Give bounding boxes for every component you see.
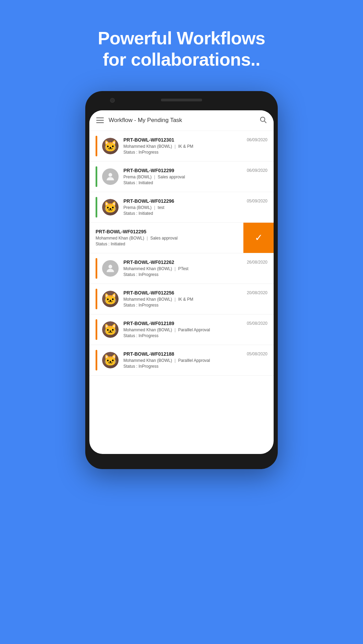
task-status: Status : Initiated <box>123 211 267 216</box>
task-date: 05/08/2020 <box>247 321 267 326</box>
task-id: PRT-BOWL-WF012296 <box>123 198 174 204</box>
task-row[interactable]: PRT-BOWL-WF01225620/08/2020Mohammed Khan… <box>89 284 274 314</box>
status-indicator <box>96 136 97 156</box>
status-indicator <box>96 350 97 370</box>
phone-screen: Workflow - My Pending Task PRT-BOWL-WF01… <box>89 110 274 454</box>
task-row[interactable]: PRT-BOWL-WF01229906/09/2020Prema (BOWL) … <box>89 162 274 192</box>
hero-line1: Powerful Workflows <box>98 27 265 49</box>
task-id: PRT-BOWL-WF012299 <box>123 168 174 173</box>
task-user: Mohammed Khan (BOWL) | IK & PM <box>123 144 267 149</box>
phone-notch <box>89 95 274 108</box>
phone-speaker <box>161 99 202 101</box>
task-row[interactable]: PRT-BOWL-WF01218905/08/2020Mohammed Khan… <box>89 314 274 345</box>
app-bar: Workflow - My Pending Task <box>89 110 274 131</box>
task-id: PRT-BOWL-WF012256 <box>123 290 174 296</box>
phone-device: Workflow - My Pending Task PRT-BOWL-WF01… <box>85 91 278 644</box>
status-indicator <box>96 166 97 187</box>
task-id: PRT-BOWL-WF012262 <box>123 259 174 265</box>
task-status: Status : InProgress <box>123 272 267 277</box>
task-id: PRT-BOWL-WF012301 <box>123 137 174 143</box>
status-indicator <box>96 197 97 218</box>
check-icon: ✓ <box>255 232 263 243</box>
task-row[interactable]: PRT-BOWL-WF01229605/09/2020Prema (BOWL) … <box>89 192 274 223</box>
search-button[interactable] <box>259 116 267 125</box>
task-row[interactable]: PRT-BOWL-WF01226226/08/2020Mohammed Khan… <box>89 253 274 284</box>
phone-camera <box>110 98 115 103</box>
task-status: Status : Initiated <box>123 180 267 185</box>
task-status: Status : InProgress <box>123 364 267 369</box>
task-user: Mohammed Khan (BOWL) | Paralllel Approva… <box>123 327 267 332</box>
task-date: 06/09/2020 <box>247 137 267 142</box>
status-indicator <box>96 289 97 309</box>
task-date: 20/08/2020 <box>247 290 267 295</box>
task-user: Mohammed Khan (BOWL) | IK & PM <box>123 297 267 302</box>
task-status: Status : InProgress <box>123 303 267 308</box>
task-date: 05/08/2020 <box>247 352 267 356</box>
hamburger-menu[interactable] <box>96 118 104 123</box>
hero-line2: for collaborations.. <box>98 49 265 70</box>
swipe-check-action[interactable]: ✓ <box>243 223 274 253</box>
task-status: Status : InProgress <box>123 333 267 338</box>
task-row[interactable]: PRT-BOWL-WF01230106/09/2020Mohammed Khan… <box>89 131 274 162</box>
svg-line-1 <box>264 121 266 123</box>
task-row[interactable]: PRT-BOWL-WF01229503/09/2020Mohammed Khan… <box>89 223 274 253</box>
hero-text: Powerful Workflows for collaborations.. <box>98 27 265 70</box>
task-date: 05/09/2020 <box>247 199 267 203</box>
task-date: 26/08/2020 <box>247 260 267 265</box>
task-status: Status : InProgress <box>123 150 267 155</box>
status-indicator <box>96 319 97 340</box>
task-id: PRT-BOWL-WF012189 <box>123 321 174 326</box>
status-indicator <box>96 258 97 279</box>
task-user: Mohammed Khan (BOWL) | Paralllel Approva… <box>123 358 267 363</box>
svg-point-2 <box>109 173 112 177</box>
task-list: PRT-BOWL-WF01230106/09/2020Mohammed Khan… <box>89 131 274 376</box>
task-date: 06/09/2020 <box>247 168 267 173</box>
task-user: Prema (BOWL) | test <box>123 205 267 210</box>
app-bar-title: Workflow - My Pending Task <box>109 117 254 124</box>
task-row[interactable]: PRT-BOWL-WF01218805/08/2020Mohammed Khan… <box>89 345 274 376</box>
task-user: Prema (BOWL) | Sales approval <box>123 175 267 179</box>
task-id: PRT-BOWL-WF012188 <box>123 351 174 357</box>
task-user: Mohammed Khan (BOWL) | PTest <box>123 266 267 271</box>
svg-point-3 <box>109 265 112 268</box>
